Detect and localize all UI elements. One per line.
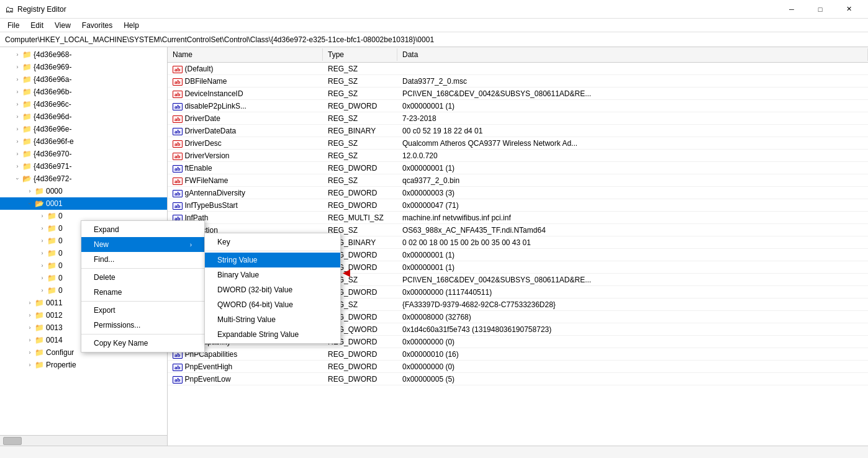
ctx-delete[interactable]: Delete	[81, 270, 204, 285]
addressbar: Computer\HKEY_LOCAL_MACHINE\SYSTEM\Curre…	[0, 32, 868, 47]
folder-icon: 📁	[35, 299, 44, 307]
cell-type: REG_DWORD	[323, 188, 397, 198]
close-button[interactable]: ✕	[834, 0, 863, 19]
sub-expandable-string[interactable]: Expandable String Value	[205, 327, 340, 342]
ctx-new[interactable]: New ›	[81, 237, 204, 252]
cell-data: 0x00000010 (16)	[397, 349, 868, 359]
expand-icon: ›	[25, 188, 35, 194]
tree-label: {4d36e968-	[34, 50, 71, 59]
tree-item-4d36e970[interactable]: › 📁 {4d36e970-	[0, 148, 167, 160]
sub-string-value[interactable]: String Value	[205, 253, 340, 267]
expand-icon: ›	[12, 52, 22, 58]
menu-favorites[interactable]: Favorites	[77, 20, 117, 31]
reg-icon: ab	[173, 128, 183, 135]
expand-icon: ›	[12, 89, 22, 95]
table-row[interactable]: abInfPath REG_MULTI_SZ machine.inf netvw…	[168, 212, 868, 224]
ctx-find[interactable]: Find...	[81, 252, 204, 267]
tree-label: {4d36e96d-	[34, 112, 71, 121]
tree-item-4d36e972[interactable]: › 📂 {4d36e972-	[0, 173, 167, 185]
table-row[interactable]: abdisableP2pLinkS... REG_DWORD 0x0000000…	[168, 100, 868, 112]
tree-item-4d36e96f[interactable]: › 📁 {4d36e96f-e	[0, 135, 167, 148]
expand-icon: ›	[25, 312, 35, 318]
tree-label: 0	[58, 212, 63, 220]
folder-icon: 📁	[35, 311, 44, 320]
expand-icon: ›	[12, 163, 22, 169]
tree-hscroll-thumb[interactable]	[3, 437, 22, 445]
folder-icon: 📁	[35, 361, 44, 369]
cell-data: 0x00000000 (1117440511)	[397, 287, 868, 297]
tree-item-0000[interactable]: › 📁 0000	[0, 185, 167, 197]
folder-icon: 📁	[22, 100, 32, 109]
folder-icon: 📂	[22, 174, 32, 183]
table-row[interactable]: abDriverVersion REG_SZ 12.0.0.720	[168, 150, 868, 162]
table-row[interactable]: abPnPCapabilities REG_DWORD 0x00000010 (…	[168, 348, 868, 361]
table-row[interactable]: abInfTypeBusStart REG_DWORD 0x00000047 (…	[168, 199, 868, 212]
minimize-button[interactable]: ─	[777, 0, 806, 19]
sub-qword-value[interactable]: QWORD (64-bit) Value	[205, 297, 340, 312]
cell-data: 0x00000005 (5)	[397, 374, 868, 384]
tree-item-4d36e96c[interactable]: › 📁 {4d36e96c-	[0, 98, 167, 110]
cell-data: 0x00000001 (1)	[397, 263, 868, 272]
tree-item-4d36e96e[interactable]: › 📁 {4d36e96e-	[0, 123, 167, 135]
cell-name: abftEnable	[168, 163, 323, 173]
menu-file[interactable]: File	[2, 20, 24, 31]
expand-icon: ›	[25, 349, 35, 356]
table-row[interactable]: abPnpEventLow REG_DWORD 0x00000005 (5)	[168, 373, 868, 385]
ctx-copy-key-name[interactable]: Copy Key Name	[81, 336, 204, 351]
table-row[interactable]: abDriverDate REG_SZ 7-23-2018	[168, 112, 868, 125]
table-row[interactable]: abPnpEventHigh REG_DWORD 0x00000000 (0)	[168, 361, 868, 373]
cell-type: REG_DWORD	[323, 362, 397, 372]
address-path: Computer\HKEY_LOCAL_MACHINE\SYSTEM\Curre…	[5, 35, 434, 44]
table-row[interactable]: abftEnable REG_DWORD 0x00000001 (1)	[168, 162, 868, 174]
table-row[interactable]: abDriverDesc REG_SZ Qualcomm Atheros QCA…	[168, 137, 868, 150]
expand-icon: ›	[12, 151, 22, 157]
tree-item-4d36e971[interactable]: › 📁 {4d36e971-	[0, 160, 167, 173]
folder-icon: 📁	[35, 323, 44, 332]
sub-key[interactable]: Key	[205, 235, 340, 249]
cell-type: REG_SZ	[323, 76, 397, 86]
tree-item-4d36e96b[interactable]: › 📁 {4d36e96b-	[0, 86, 167, 98]
menu-view[interactable]: View	[50, 20, 76, 31]
reg-icon: ab	[173, 364, 183, 371]
ctx-expand[interactable]: Expand	[81, 222, 204, 237]
ctx-sep1	[81, 268, 204, 269]
tree-item-4d36e96a[interactable]: › 📁 {4d36e96a-	[0, 73, 167, 86]
tree-item-4d36e96d[interactable]: › 📁 {4d36e96d-	[0, 110, 167, 123]
statusbar	[0, 446, 868, 458]
folder-icon: 📁	[47, 286, 57, 295]
maximize-button[interactable]: □	[806, 0, 834, 19]
menu-help[interactable]: Help	[119, 20, 144, 31]
sub-sep1	[205, 251, 340, 251]
tree-label: 0	[58, 274, 63, 282]
reg-icon: ab	[173, 376, 183, 384]
cell-name: abInfTypeBusStart	[168, 200, 323, 210]
cell-name: ab(Default)	[168, 64, 323, 74]
ctx-export[interactable]: Export	[81, 303, 204, 318]
ctx-permissions[interactable]: Permissions...	[81, 318, 204, 333]
ctx-rename[interactable]: Rename	[81, 285, 204, 300]
tree-label: {4d36e970-	[34, 150, 71, 158]
folder-icon: 📁	[47, 261, 57, 270]
tree-item-4d36e968[interactable]: › 📁 {4d36e968-	[0, 48, 167, 61]
table-row[interactable]: abDriverDateData REG_BINARY 00 c0 52 19 …	[168, 125, 868, 137]
tree-label: {4d36e96c-	[34, 100, 71, 109]
table-row[interactable]: ab(Default) REG_SZ	[168, 63, 868, 75]
tree-item-4d36e969[interactable]: › 📁 {4d36e969-	[0, 61, 167, 73]
menu-edit[interactable]: Edit	[25, 20, 48, 31]
cell-data: PCI\VEN_168C&DEV_0042&SUBSYS_080611AD&RE…	[397, 89, 868, 99]
cell-data: 0x00000001 (1)	[397, 250, 868, 260]
tree-hscrollbar[interactable]	[0, 435, 167, 446]
table-row[interactable]: abDBFileName REG_SZ Data9377_2_0.msc	[168, 75, 868, 88]
sub-dword-value[interactable]: DWORD (32-bit) Value	[205, 282, 340, 297]
sub-binary-value[interactable]: Binary Value	[205, 267, 340, 282]
tree-item-0001[interactable]: › 📂 0001	[0, 197, 167, 210]
cell-type: REG_SZ	[323, 151, 397, 161]
table-row[interactable]: abgAntennaDiversity REG_DWORD 0x00000003…	[168, 187, 868, 199]
table-row[interactable]: abDeviceInstanceID REG_SZ PCI\VEN_168C&D…	[168, 88, 868, 100]
reg-icon: ab	[173, 91, 183, 98]
table-row[interactable]: abFWFileName REG_SZ qca9377_2_0.bin	[168, 174, 868, 187]
folder-icon: 📂	[35, 199, 44, 208]
tree-item-propertie[interactable]: › 📁 Propertie	[0, 359, 167, 371]
sub-multi-string[interactable]: Multi-String Value	[205, 312, 340, 327]
titlebar-controls: ─ □ ✕	[777, 0, 863, 19]
